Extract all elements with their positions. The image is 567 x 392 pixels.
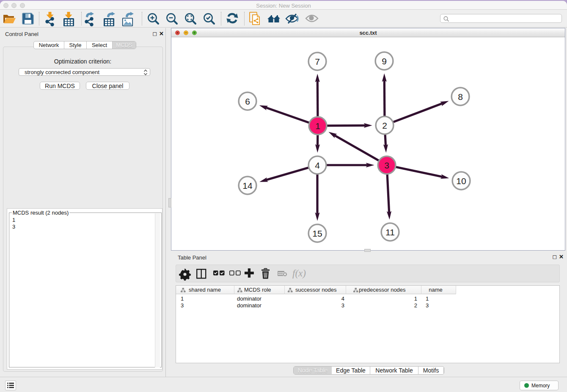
svg-text:4: 4 bbox=[315, 160, 320, 170]
svg-text:10: 10 bbox=[456, 176, 466, 186]
svg-text:3: 3 bbox=[384, 160, 389, 170]
svg-text:15: 15 bbox=[312, 229, 322, 238]
svg-text:2: 2 bbox=[382, 121, 387, 130]
svg-text:6: 6 bbox=[245, 97, 250, 106]
svg-text:1: 1 bbox=[315, 121, 320, 131]
svg-text:8: 8 bbox=[458, 92, 463, 102]
svg-text:14: 14 bbox=[242, 181, 253, 190]
svg-text:9: 9 bbox=[382, 56, 387, 66]
svg-text:f(x): f(x) bbox=[292, 268, 306, 279]
svg-text:7: 7 bbox=[315, 57, 320, 66]
svg-text:11: 11 bbox=[385, 227, 395, 237]
